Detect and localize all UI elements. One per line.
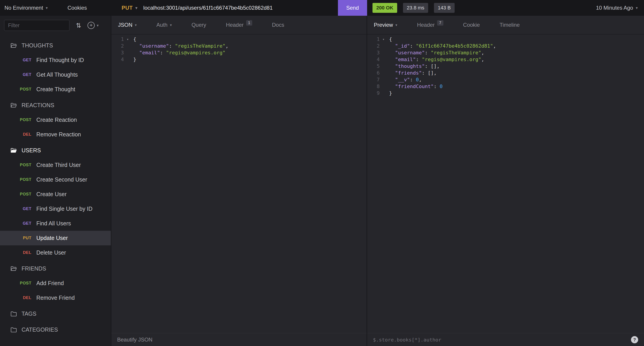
tab-label: Docs xyxy=(272,22,284,28)
send-button[interactable]: Send xyxy=(338,0,367,16)
sidebar-item-add-friend[interactable]: POSTAdd Friend xyxy=(0,276,111,290)
method-badge: POST xyxy=(9,163,32,167)
request-label: Remove Friend xyxy=(36,294,75,301)
method-badge: POST xyxy=(9,117,32,122)
sidebar-item-remove-reaction[interactable]: DELRemove Reaction xyxy=(0,127,111,142)
sidebar-item-create-reaction[interactable]: POSTCreate Reaction xyxy=(0,113,111,127)
response-history-dropdown[interactable]: 10 Minutes Ago ▾ xyxy=(596,5,644,11)
filter-input[interactable] xyxy=(4,20,70,31)
cookies-button[interactable]: Cookies xyxy=(68,5,87,11)
code-line: 5 "thoughts": [], xyxy=(367,63,644,70)
sidebar-item-update-user[interactable]: PUTUpdate User xyxy=(0,231,111,245)
method-badge: DEL xyxy=(9,295,32,300)
tab-header[interactable]: Header1 xyxy=(226,22,252,28)
sidebar-item-create-third-user[interactable]: POSTCreate Third User xyxy=(0,158,111,172)
sidebar-item-find-all-users[interactable]: GETFind All Users xyxy=(0,216,111,231)
tab-label: Query xyxy=(192,22,206,28)
code-line: 7 "__v": 0, xyxy=(367,76,644,83)
tab-preview[interactable]: Preview▾ xyxy=(374,22,397,28)
code-line: 9} xyxy=(367,90,644,97)
request-label: Update User xyxy=(36,235,68,241)
sidebar-folder-thoughts[interactable]: THOUGHTS xyxy=(0,38,111,53)
request-body-editor[interactable]: 1▾{2 "username": "regisTheVampire",3 "em… xyxy=(111,35,367,333)
tab-auth[interactable]: Auth▾ xyxy=(156,22,172,28)
method-badge: GET xyxy=(9,72,32,77)
fold-spacer xyxy=(380,76,387,83)
code-line: 1▾{ xyxy=(111,36,367,43)
sidebar-item-create-user[interactable]: POSTCreate User xyxy=(0,187,111,202)
request-label: Get All Thoughts xyxy=(36,71,78,78)
tab-timeline[interactable]: Timeline xyxy=(500,22,520,28)
sidebar-item-find-single-user-by-id[interactable]: GETFind Single User by ID xyxy=(0,202,111,216)
fold-toggle-icon[interactable]: ▾ xyxy=(124,36,132,43)
sidebar-folder-tags[interactable]: TAGS xyxy=(0,306,111,321)
response-meta: 200 OK 23.8 ms 143 B 10 Minutes Ago ▾ xyxy=(367,0,644,16)
beautify-json-button[interactable]: Beautify JSON xyxy=(117,336,152,343)
fold-spacer xyxy=(380,70,387,76)
tab-header[interactable]: Header7 xyxy=(417,22,443,28)
tab-cookie[interactable]: Cookie xyxy=(463,22,480,28)
fold-spacer xyxy=(124,56,132,63)
request-label: Find All Users xyxy=(36,220,71,227)
line-number: 5 xyxy=(367,63,380,70)
code-line: 4} xyxy=(111,56,367,63)
sort-icon[interactable]: ⇅ xyxy=(74,22,83,29)
sidebar-folder-categories[interactable]: CATEGORIES xyxy=(0,322,111,337)
tab-query[interactable]: Query xyxy=(192,22,206,28)
code-text: } xyxy=(389,90,392,97)
sidebar-folder-friends[interactable]: FRIENDS xyxy=(0,261,111,276)
response-body-viewer: 1▾{2 "_id": "61f1c66747be4b5c02862d81",3… xyxy=(367,35,644,333)
response-filter-input[interactable] xyxy=(373,337,631,343)
sidebar-folder-users[interactable]: USERS xyxy=(0,143,111,158)
line-number: 2 xyxy=(367,43,380,49)
folder-label: USERS xyxy=(22,147,41,154)
sidebar-item-remove-friend[interactable]: DELRemove Friend xyxy=(0,290,111,305)
url-input[interactable]: localhost:3001/api/users/61f1c66747be4b5… xyxy=(144,5,338,11)
line-number: 2 xyxy=(111,43,124,49)
chevron-down-icon: ▾ xyxy=(170,23,172,27)
fold-spacer xyxy=(380,49,387,56)
main-area: ⇅ + ▾ THOUGHTSGETFind Thought by IDGETGe… xyxy=(0,16,644,346)
sidebar-item-delete-user[interactable]: DELDelete User xyxy=(0,245,111,260)
fold-toggle-icon[interactable]: ▾ xyxy=(380,36,387,43)
fold-spacer xyxy=(380,56,387,63)
code-line: 6 "friends": [], xyxy=(367,70,644,76)
code-text: } xyxy=(133,56,136,63)
sidebar-item-create-second-user[interactable]: POSTCreate Second User xyxy=(0,172,111,187)
topbar-left: No Environment ▾ Cookies xyxy=(0,0,111,16)
request-panel: JSON▾Auth▾QueryHeader1Docs 1▾{2 "usernam… xyxy=(111,16,367,346)
chevron-down-icon: ▾ xyxy=(135,23,137,27)
plus-icon: + xyxy=(88,22,95,29)
line-number: 9 xyxy=(367,90,380,97)
method-badge: GET xyxy=(9,221,32,226)
folder-open-icon xyxy=(10,147,18,154)
method-badge: GET xyxy=(9,58,32,62)
method-dropdown[interactable]: PUT ▾ xyxy=(122,5,138,11)
sidebar-item-get-all-thoughts[interactable]: GETGet All Thoughts xyxy=(0,67,111,82)
tab-docs[interactable]: Docs xyxy=(272,22,284,28)
line-number: 6 xyxy=(367,70,380,76)
code-text: "__v": 0, xyxy=(389,76,422,83)
folder-closed-icon xyxy=(10,326,18,333)
method-badge: POST xyxy=(9,87,32,92)
request-list: THOUGHTSGETFind Thought by IDGETGet All … xyxy=(0,35,111,346)
tab-label: Header xyxy=(417,22,435,28)
line-number: 7 xyxy=(367,76,380,83)
response-tabbar: Preview▾Header7CookieTimeline xyxy=(367,16,644,35)
sidebar-folder-reactions[interactable]: REACTIONS xyxy=(0,98,111,113)
tab-label: Cookie xyxy=(463,22,480,28)
tab-label: Header xyxy=(226,22,244,28)
chevron-down-icon: ▾ xyxy=(97,23,99,28)
status-badge: 200 OK xyxy=(372,3,397,13)
create-request-button[interactable]: + ▾ xyxy=(88,22,99,29)
environment-selector[interactable]: No Environment ▾ xyxy=(4,5,48,11)
folder-open-icon xyxy=(10,102,18,109)
help-icon[interactable]: ? xyxy=(631,336,638,343)
line-number: 3 xyxy=(367,49,380,56)
sidebar-item-create-thought[interactable]: POSTCreate Thought xyxy=(0,82,111,97)
sidebar-item-find-thought-by-id[interactable]: GETFind Thought by ID xyxy=(0,53,111,67)
tab-badge: 7 xyxy=(437,20,443,26)
line-number: 3 xyxy=(111,49,124,56)
request-label: Create Thought xyxy=(36,86,75,93)
tab-json[interactable]: JSON▾ xyxy=(118,22,137,28)
